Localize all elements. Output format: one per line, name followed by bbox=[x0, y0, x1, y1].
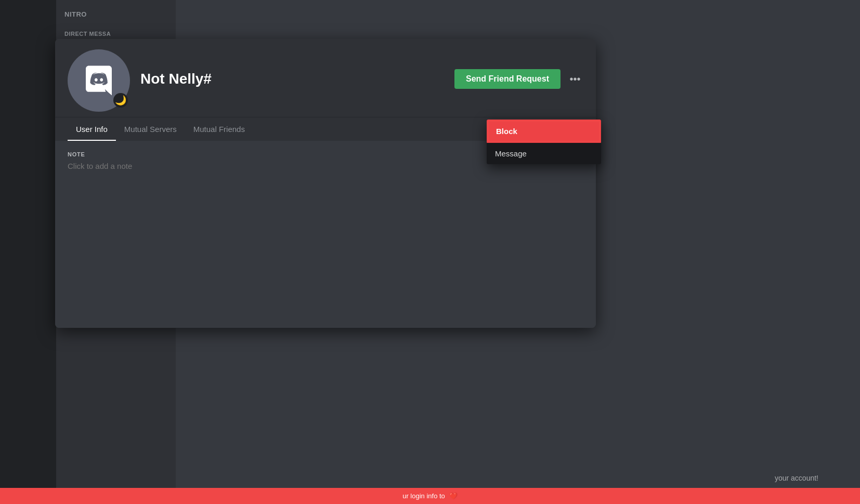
username: Not Nelly# bbox=[140, 71, 212, 87]
message-menu-item[interactable]: Message bbox=[487, 143, 601, 164]
profile-body: NOTE bbox=[55, 141, 596, 328]
tab-user-info[interactable]: User Info bbox=[68, 117, 116, 141]
dm-label: DIRECT MESSA bbox=[60, 22, 172, 39]
profile-header: 🌙 Not Nelly# Send Friend Request ••• bbox=[55, 39, 596, 117]
profile-modal: 🌙 Not Nelly# Send Friend Request ••• Use… bbox=[55, 39, 596, 328]
discord-logo-icon bbox=[81, 62, 117, 99]
more-icon: ••• bbox=[569, 73, 580, 85]
tab-mutual-servers[interactable]: Mutual Servers bbox=[116, 117, 185, 141]
header-actions: Send Friend Request ••• bbox=[454, 69, 583, 97]
tab-mutual-friends[interactable]: Mutual Friends bbox=[185, 117, 253, 141]
nitro-label: Nitro bbox=[60, 6, 172, 20]
more-options-button[interactable]: ••• bbox=[567, 71, 583, 87]
avatar-wrapper: 🌙 bbox=[68, 49, 130, 112]
context-menu: Block Message bbox=[487, 120, 601, 164]
account-text: your account! bbox=[775, 474, 818, 482]
icon-sidebar bbox=[0, 0, 56, 504]
send-friend-request-button[interactable]: Send Friend Request bbox=[454, 69, 561, 89]
warning-emoji: ❤️ bbox=[449, 492, 458, 500]
warning-text: ur login info to bbox=[402, 492, 445, 500]
bottom-warning-bar: ur login info to ❤️ bbox=[0, 488, 860, 504]
username-area: Not Nelly# bbox=[140, 71, 444, 96]
bg-text bbox=[176, 462, 197, 483]
block-menu-item[interactable]: Block bbox=[487, 120, 601, 143]
status-indicator: 🌙 bbox=[113, 93, 128, 108]
